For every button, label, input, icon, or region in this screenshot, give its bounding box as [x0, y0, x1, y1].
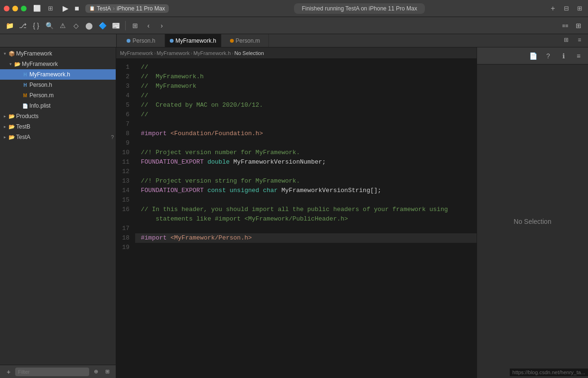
chevron-right-icon-testa: ▸ — [2, 134, 8, 140]
code-line-18: #import <MyFramework/Person.h> — [135, 233, 477, 243]
project-nav-icon[interactable]: 📁 — [4, 20, 15, 31]
breadcrumb-myframework-2[interactable]: MyFramework — [156, 50, 190, 56]
minimize-button[interactable] — [12, 6, 18, 11]
inspector-right-icon2[interactable]: ≡ — [574, 34, 585, 46]
title-bar: ⬜ ⊞ ▶ ■ 📋 TestA › iPhone 11 Pro Max Fini… — [0, 0, 588, 17]
line-numbers: 12345 678910 1112131415 1616171819 — [116, 59, 135, 378]
symbol-nav-icon[interactable]: { } — [30, 20, 42, 31]
report-icon[interactable]: 📰 — [110, 20, 121, 31]
plist-file-icon: 📄 — [22, 102, 28, 109]
testa-badge: ? — [111, 134, 114, 140]
sidebar-item-person-m[interactable]: M Person.m — [0, 90, 116, 101]
chevron-right-icon: › — [113, 5, 115, 12]
maximize-button[interactable] — [21, 6, 27, 11]
code-line-14: FOUNDATION_EXPORT const unsigned char My… — [135, 186, 477, 195]
code-line-12 — [135, 167, 477, 176]
sidebar-label-person-m: Person.m — [29, 92, 54, 99]
stop-button[interactable]: ■ — [72, 4, 82, 13]
sidebar: ▾ 📦 MyFramework ▾ 📂 MyFramework H MyFram… — [0, 47, 116, 378]
tab-person-m[interactable]: Person.m — [221, 34, 269, 47]
nav-forward-icon[interactable]: › — [156, 20, 167, 31]
breadcrumb: MyFramework › MyFramework › MyFramework.… — [116, 47, 477, 59]
m-file-icon: M — [22, 92, 28, 99]
code-line-10: //! Project version number for MyFramewo… — [135, 148, 477, 157]
status-message: Finished running TestA on iPhone 11 Pro … — [294, 3, 424, 14]
code-line-16: // In this header, you should import all… — [135, 205, 477, 214]
editor-area: MyFramework › MyFramework › MyFramework.… — [116, 47, 477, 378]
sidebar-item-testb[interactable]: ▸ 📂 TestB — [0, 121, 116, 132]
sidebar-label-person-h: Person.h — [29, 82, 52, 88]
scheme-selector[interactable]: 📋 TestA › iPhone 11 Pro Max — [85, 4, 169, 13]
add-item-button[interactable]: + — [4, 367, 13, 377]
sidebar-item-person-h[interactable]: H Person.h — [0, 80, 116, 90]
code-line-17 — [135, 224, 477, 233]
code-line-2: // MyFramework.h — [135, 72, 477, 82]
filter-options-button[interactable]: ⊕ — [91, 367, 101, 377]
sidebar-label-info-plist: Info.plist — [29, 102, 51, 109]
tabs-area: Person.h MyFramework.h Person.m ⊞ ≡ — [0, 34, 588, 47]
inspector-list-icon[interactable]: ≡ — [573, 50, 584, 62]
debug-icon[interactable]: ⬤ — [83, 20, 95, 31]
tab-myframework-h[interactable]: MyFramework.h — [165, 34, 221, 47]
warnings-icon[interactable]: ⚠ — [57, 20, 68, 31]
show-editor-button[interactable]: ≡≡ — [560, 20, 571, 31]
code-line-3: // MyFramework — [135, 82, 477, 91]
code-line-1: // — [135, 63, 477, 72]
testb-folder-icon: 📂 — [9, 123, 15, 130]
sidebar-toggle-icon[interactable]: ⬜ — [32, 4, 42, 13]
spacer-icon-4 — [15, 103, 21, 109]
scheme-icon: 📋 — [89, 6, 95, 11]
tab-person-h-1[interactable]: Person.h — [118, 34, 165, 47]
code-line-13: //! Project version string for MyFramewo… — [135, 176, 477, 186]
toolbar: 📁 ⎇ { } 🔍 ⚠ ◇ ⬤ 🔷 📰 ⊞ ‹ › ≡≡ ⊞ — [0, 17, 588, 34]
tab-label-person-m: Person.m — [236, 37, 260, 44]
chevron-down-icon-2: ▾ — [8, 61, 13, 67]
inspector-info-icon[interactable]: ℹ — [558, 50, 569, 62]
search-icon[interactable]: 🔍 — [44, 20, 55, 31]
grid-view-icon[interactable]: ⊞ — [129, 20, 141, 31]
chevron-down-icon: ▾ — [2, 51, 8, 56]
folder-icon: 📦 — [9, 50, 15, 57]
split-view-button[interactable]: ⊟ — [561, 4, 571, 13]
layout-button[interactable]: ⊞ — [575, 4, 584, 13]
h-file-icon-2: H — [22, 82, 28, 88]
test-icon[interactable]: ◇ — [70, 20, 82, 31]
nav-back-icon[interactable]: ‹ — [143, 20, 154, 31]
sidebar-item-myframework-root[interactable]: ▾ 📦 MyFramework — [0, 48, 116, 59]
breakpoints-icon[interactable]: 🔷 — [97, 20, 108, 31]
code-content: // // MyFramework.h // MyFramework // //… — [135, 59, 477, 378]
code-line-9 — [135, 138, 477, 148]
sidebar-item-info-plist[interactable]: 📄 Info.plist — [0, 101, 116, 111]
sidebar-bottom: + ⊕ ⊞ — [0, 365, 116, 378]
breadcrumb-sep-2: › — [191, 50, 193, 56]
breadcrumb-myframework-1[interactable]: MyFramework — [120, 50, 153, 56]
sidebar-label-testa: TestA — [16, 134, 30, 140]
sidebar-item-myframework-h[interactable]: H MyFramework.h — [0, 69, 116, 80]
h-file-icon: H — [22, 71, 28, 78]
inspector-toggle-button[interactable]: ⊞ — [573, 20, 584, 31]
toolbar-separator-1 — [125, 21, 126, 30]
filter-sort-button[interactable]: ⊞ — [102, 367, 112, 377]
code-line-6: // — [135, 110, 477, 120]
play-button[interactable]: ▶ — [61, 4, 70, 13]
main-area: ▾ 📦 MyFramework ▾ 📂 MyFramework H MyFram… — [0, 47, 588, 378]
sidebar-item-products[interactable]: ▸ 📂 Products — [0, 111, 116, 121]
products-folder-icon: 📂 — [9, 113, 15, 120]
add-tab-button[interactable]: + — [548, 4, 558, 13]
inspector-file-icon[interactable]: 📄 — [527, 50, 539, 62]
source-control-icon[interactable]: ⎇ — [17, 20, 28, 31]
inspector-quick-help-icon[interactable]: ? — [542, 50, 554, 62]
filter-input[interactable] — [15, 368, 89, 376]
close-button[interactable] — [4, 6, 9, 11]
sidebar-item-myframework-folder[interactable]: ▾ 📂 MyFramework — [0, 59, 116, 69]
chevron-right-icon-products: ▸ — [2, 113, 8, 119]
inspector-content: No Selection — [477, 65, 588, 378]
breadcrumb-myframework-h[interactable]: MyFramework.h — [193, 50, 231, 56]
sidebar-tab-header — [0, 34, 116, 47]
spacer-icon-2 — [15, 82, 21, 88]
spacer-icon-3 — [15, 92, 21, 98]
sidebar-item-testa[interactable]: ▸ 📂 TestA ? — [0, 132, 116, 142]
hierarchy-icon[interactable]: ⊞ — [46, 4, 55, 13]
code-editor[interactable]: 12345 678910 1112131415 1616171819 // //… — [116, 59, 477, 378]
inspector-right-icon[interactable]: ⊞ — [560, 34, 572, 46]
